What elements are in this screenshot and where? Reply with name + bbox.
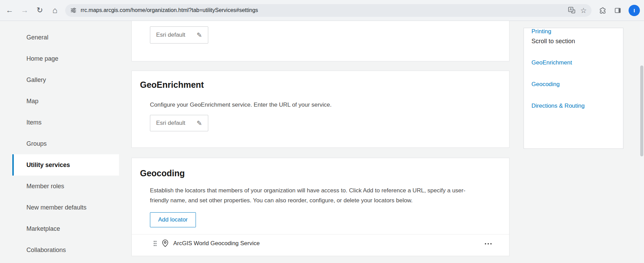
sidebar-item-label: New member defaults	[26, 204, 86, 211]
geocoding-title: Geocoding	[140, 168, 185, 178]
sidebar-item-general[interactable]: General	[0, 27, 120, 48]
home-icon: ⌂	[52, 5, 58, 15]
toc-link-geocoding[interactable]: Geocoding	[531, 81, 560, 88]
site-info-icon[interactable]	[70, 7, 77, 14]
printing-service-button[interactable]: Esri default ✎	[150, 26, 208, 44]
back-icon: ←	[6, 6, 13, 15]
sidebar-item-gallery[interactable]: Gallery	[0, 69, 120, 91]
ellipsis-icon	[484, 243, 492, 245]
locator-row: ArcGIS World Geocoding Service	[132, 234, 509, 252]
sidebar-item-marketplace[interactable]: Marketplace	[0, 218, 120, 239]
sidebar-item-utility-services[interactable]: Utility services	[12, 154, 119, 176]
printing-service-button-label: Esri default	[156, 32, 185, 38]
browser-toolbar: ← → ↻ ⌂ rrc.maps.arcgis.com/home/organiz…	[0, 0, 644, 21]
scrollbar-thumb[interactable]	[640, 65, 643, 156]
edit-pencil-icon: ✎	[197, 119, 202, 127]
scroll-to-section-title: Scroll to section	[531, 38, 575, 45]
sidebar-item-label: Items	[26, 119, 42, 126]
sidebar-item-label: Gallery	[26, 76, 46, 84]
geocoding-section-card: Geocoding Establish the locators that me…	[131, 158, 510, 256]
add-locator-button[interactable]: Add locator	[150, 212, 196, 227]
translate-icon[interactable]: A	[568, 7, 575, 14]
side-panel-icon	[614, 7, 621, 14]
add-locator-button-label: Add locator	[158, 216, 188, 223]
reload-button[interactable]: ↻	[33, 3, 47, 17]
drag-handle-icon[interactable]	[153, 240, 157, 247]
extensions-button[interactable]	[595, 3, 610, 17]
address-bar[interactable]: rrc.maps.arcgis.com/home/organization.ht…	[65, 4, 592, 17]
back-button[interactable]: ←	[2, 3, 17, 17]
forward-button[interactable]: →	[17, 3, 32, 17]
sidebar-item-home-page[interactable]: Home page	[0, 48, 120, 69]
avatar-letter: I	[633, 8, 635, 13]
toc-link-geoenrichment[interactable]: GeoEnrichment	[531, 59, 572, 66]
side-panel-button[interactable]	[610, 3, 625, 17]
geocoding-description: Establish the locators that members of y…	[150, 186, 476, 205]
reload-icon: ↻	[37, 6, 43, 15]
profile-avatar[interactable]: I	[629, 5, 640, 16]
geoenrichment-title: GeoEnrichment	[140, 80, 204, 90]
geoenrichment-section-card: GeoEnrichment Configure your GeoEnrichme…	[131, 71, 510, 148]
bookmark-star-icon[interactable]: ☆	[580, 7, 587, 14]
sidebar-item-groups[interactable]: Groups	[0, 133, 120, 154]
locator-name: ArcGIS World Geocoding Service	[173, 240, 260, 247]
forward-icon: →	[21, 6, 28, 15]
scroll-to-section-panel: Scroll to section Printing GeoEnrichment…	[524, 28, 623, 149]
toc-link-printing[interactable]: Printing	[531, 28, 551, 35]
sidebar-item-label: General	[26, 34, 48, 41]
sidebar-item-items[interactable]: Items	[0, 112, 120, 133]
sidebar-item-label: Member roles	[26, 183, 64, 190]
sidebar-item-label: Collaborations	[26, 247, 66, 254]
geoenrichment-description: Configure your GeoEnrichment service. En…	[150, 100, 331, 110]
locator-pin-icon	[162, 239, 168, 247]
sidebar-item-label: Groups	[26, 140, 47, 147]
organization-settings-page: General Home page Gallery Map Items Grou…	[0, 21, 644, 263]
edit-pencil-icon: ✎	[197, 31, 202, 39]
sidebar-item-label: Home page	[26, 55, 58, 62]
settings-sidebar: General Home page Gallery Map Items Grou…	[0, 27, 120, 261]
home-button[interactable]: ⌂	[48, 3, 62, 17]
url-text[interactable]: rrc.maps.arcgis.com/home/organization.ht…	[81, 7, 563, 13]
geoenrichment-service-button-label: Esri default	[156, 120, 185, 127]
toc-link-directions-routing[interactable]: Directions & Routing	[531, 103, 585, 109]
page-scrollbar[interactable]	[640, 21, 644, 263]
printing-section-card: Esri default ✎	[131, 21, 510, 61]
sidebar-item-collaborations[interactable]: Collaborations	[0, 239, 120, 261]
svg-text:A: A	[570, 8, 572, 11]
sidebar-item-member-roles[interactable]: Member roles	[0, 176, 120, 197]
extensions-puzzle-icon	[599, 7, 606, 14]
geoenrichment-service-button[interactable]: Esri default ✎	[150, 115, 208, 131]
sidebar-item-new-member-defaults[interactable]: New member defaults	[0, 197, 120, 218]
locator-options-button[interactable]	[482, 240, 494, 248]
sidebar-item-label: Utility services	[26, 162, 70, 169]
sidebar-item-label: Marketplace	[26, 225, 60, 232]
sidebar-item-map[interactable]: Map	[0, 91, 120, 112]
sidebar-item-label: Map	[26, 98, 38, 105]
